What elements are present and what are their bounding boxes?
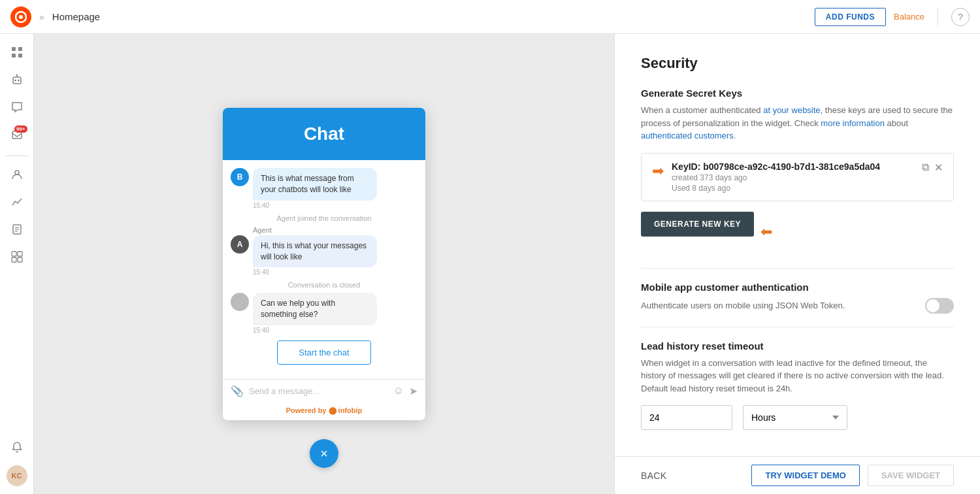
key-actions: ⧉ ✕	[922, 161, 943, 174]
start-chat-button[interactable]: Start the chat	[277, 340, 370, 365]
generate-key-arrow-icon: ⬅	[760, 223, 772, 240]
lead-history-desc: When widget in a conversation with lead …	[641, 357, 954, 395]
section-divider-2	[641, 327, 954, 327]
analytics-icon	[11, 196, 23, 211]
page-title: Homepage	[52, 11, 807, 22]
key-id: KeyID: b00798ce-a92c-4190-b7d1-381ce9a5d…	[672, 161, 914, 172]
bot-msg-row: B This is what message from your chatbot…	[231, 168, 417, 201]
svg-rect-20	[18, 257, 22, 262]
help-button[interactable]: ?	[951, 8, 970, 26]
right-panel: Security Generate Secret Keys When a cus…	[614, 34, 980, 494]
key-created: created 373 days ago	[672, 173, 914, 182]
bot-msg-time: 15:40	[253, 202, 417, 209]
app-logo[interactable]	[10, 7, 31, 27]
sidebar-item-analytics[interactable]	[5, 191, 29, 215]
system-msg-closed: Conversation is closed	[231, 281, 417, 289]
topbar-divider	[938, 7, 938, 27]
add-funds-button[interactable]: ADD FUNDS	[815, 8, 886, 26]
notification-bell[interactable]	[5, 436, 29, 460]
agent-msg-bubble: Hi, this is what your messages will look…	[253, 235, 377, 268]
generate-keys-title: Generate Secret Keys	[641, 88, 954, 99]
svg-rect-4	[12, 54, 16, 58]
mobile-auth-toggle-row: Authenticate users on mobile using JSON …	[641, 298, 954, 314]
lead-history-title: Lead history reset timeout	[641, 340, 954, 352]
chat-preview-area: Chat B This is what message from your ch…	[34, 34, 614, 494]
bottom-bar: BACK TRY WIDGET DEMO SAVE WIDGET	[615, 456, 980, 494]
sidebar-item-dashboard[interactable]	[5, 42, 29, 65]
bot-grey-time: 15:40	[253, 327, 417, 334]
copy-key-button[interactable]: ⧉	[922, 161, 929, 173]
agent-label: Agent	[253, 226, 417, 234]
sidebar-item-inbox[interactable]: 99+	[5, 124, 29, 148]
svg-rect-18	[18, 252, 22, 256]
svg-point-12	[15, 171, 19, 174]
generate-key-row: GENERATE NEW KEY ⬅	[641, 212, 954, 252]
chat-input-area: 📎 Send a message... ☺ ➤	[223, 379, 425, 403]
msg-group-bot: B This is what message from your chatbot…	[231, 168, 417, 209]
key-info: KeyID: b00798ce-a92c-4190-b7d1-381ce9a5d…	[672, 161, 914, 193]
dashboard-icon	[11, 46, 23, 61]
delete-key-button[interactable]: ✕	[934, 161, 943, 174]
back-button[interactable]: BACK	[641, 470, 666, 481]
bot-icon	[11, 74, 23, 89]
agent-msg-time: 15:40	[253, 269, 417, 276]
link-more-info[interactable]: more information	[821, 118, 885, 128]
section-divider-1	[641, 268, 954, 269]
chat-powered: Powered by ⬤ infobip	[223, 403, 425, 420]
agent-avatar: A	[231, 235, 249, 254]
chat-input-placeholder[interactable]: Send a message...	[249, 386, 388, 396]
chat-messages: B This is what message from your chatbot…	[223, 160, 425, 379]
key-row: ➡ KeyID: b00798ce-a92c-4190-b7d1-381ce9a…	[641, 153, 954, 201]
brand-name: infobip	[338, 406, 363, 414]
mobile-auth-desc: Authenticate users on mobile using JSON …	[641, 299, 845, 312]
msg-group-agent: A Hi, this is what your messages will lo…	[231, 235, 417, 276]
link-at-your-website[interactable]: at your website	[763, 105, 820, 115]
timeout-input[interactable]	[641, 405, 732, 430]
grid-icon	[11, 251, 23, 266]
svg-rect-2	[12, 47, 16, 51]
svg-point-7	[14, 79, 16, 81]
topbar: » Homepage ADD FUNDS Balance ?	[0, 0, 980, 34]
bot-grey-bubble: Can we help you with something else?	[253, 293, 377, 325]
svg-point-8	[18, 79, 20, 81]
generate-keys-desc: When a customer authenticated at your we…	[641, 104, 954, 142]
try-demo-button[interactable]: TRY WIDGET DEMO	[751, 465, 860, 486]
balance-label: Balance	[894, 12, 924, 22]
security-content: Security Generate Secret Keys When a cus…	[615, 34, 980, 456]
sidebar: 99+	[0, 34, 34, 494]
close-chat-button[interactable]: ×	[310, 439, 338, 468]
sidebar-item-agents[interactable]	[5, 164, 29, 188]
chat-widget: Chat B This is what message from your ch…	[223, 108, 425, 420]
bot-grey-row: Can we help you with something else?	[231, 293, 417, 325]
sidebar-bottom: KC	[5, 436, 29, 486]
mobile-auth-toggle[interactable]	[925, 298, 954, 314]
timeout-unit-select[interactable]: Hours Days Minutes	[743, 405, 847, 430]
save-widget-button[interactable]: SAVE WIDGET	[868, 465, 954, 486]
link-auth-customers[interactable]: authenticated customers	[641, 131, 734, 140]
send-icon[interactable]: ➤	[409, 385, 417, 397]
emoji-icon[interactable]: ☺	[393, 385, 404, 397]
msg-group-bot-grey: Can we help you with something else? 15:…	[231, 293, 417, 334]
bottom-right-actions: TRY WIDGET DEMO SAVE WIDGET	[751, 465, 954, 486]
system-msg-agent-joined: Agent joined the conversation	[231, 214, 417, 222]
content-area: Chat B This is what message from your ch…	[34, 34, 980, 494]
bot-msg-bubble: This is what message from your chatbots …	[253, 168, 377, 201]
bot-grey-avatar	[231, 293, 249, 311]
sidebar-item-reports[interactable]	[5, 219, 29, 242]
agents-icon	[11, 169, 23, 184]
inbox-badge: 99+	[14, 125, 27, 133]
user-avatar[interactable]: KC	[7, 465, 27, 486]
agent-msg-row: A Hi, this is what your messages will lo…	[231, 235, 417, 268]
main-layout: 99+	[0, 34, 980, 494]
sidebar-item-grid[interactable]	[5, 246, 29, 270]
mobile-auth-title: Mobile app customer authentication	[641, 282, 954, 293]
chat-header-title: Chat	[233, 124, 415, 144]
sidebar-item-chat[interactable]	[5, 97, 29, 120]
generate-key-button[interactable]: GENERATE NEW KEY	[641, 212, 754, 237]
sidebar-item-bot[interactable]	[5, 69, 29, 93]
svg-rect-6	[13, 77, 21, 84]
security-title: Security	[641, 55, 954, 72]
svg-rect-19	[12, 257, 16, 262]
breadcrumb-chevron: »	[39, 12, 44, 22]
powered-brand: ⬤ infobip	[329, 406, 363, 414]
